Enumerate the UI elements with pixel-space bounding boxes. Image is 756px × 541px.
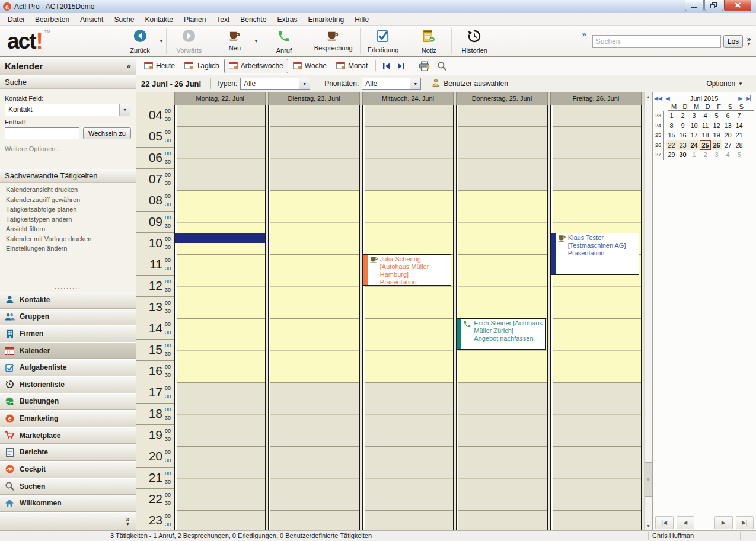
- minical-day[interactable]: 22: [666, 140, 677, 151]
- select-users-button[interactable]: Benutzer auswählen: [431, 78, 508, 89]
- sidebar-item-historienliste[interactable]: Historienliste: [0, 376, 136, 393]
- time-slot[interactable]: [365, 500, 453, 510]
- time-slot[interactable]: [270, 126, 359, 137]
- time-slot[interactable]: [270, 350, 359, 361]
- time-slot[interactable]: [553, 190, 641, 201]
- time-slot[interactable]: [177, 180, 265, 190]
- time-slot[interactable]: [365, 201, 453, 212]
- time-slot[interactable]: [270, 190, 359, 201]
- menu-item-datei[interactable]: Datei: [2, 14, 30, 25]
- time-slot[interactable]: [177, 297, 265, 308]
- time-slot[interactable]: [553, 116, 641, 126]
- related-task-link[interactable]: Einstellungen ändern: [6, 244, 136, 254]
- time-slot[interactable]: [365, 169, 453, 180]
- calendar-event[interactable]: Erich Steiner [AutohausMüller Zürich]Ang…: [457, 318, 545, 350]
- time-slot[interactable]: [553, 510, 641, 521]
- minical-day[interactable]: 28: [733, 140, 745, 151]
- time-slot[interactable]: [553, 414, 641, 425]
- time-slot[interactable]: [553, 425, 641, 436]
- time-slot[interactable]: [365, 116, 453, 126]
- nav-config-icon[interactable]: »▼: [126, 517, 130, 526]
- minical-day[interactable]: 17: [688, 130, 700, 140]
- time-slot[interactable]: [177, 510, 265, 521]
- minical-day[interactable]: 26: [711, 140, 722, 151]
- time-slot[interactable]: [365, 436, 453, 446]
- sidebar-item-berichte[interactable]: Berichte: [0, 444, 136, 461]
- time-slot[interactable]: [177, 190, 265, 201]
- time-slot[interactable]: [365, 233, 453, 244]
- time-slot[interactable]: [270, 468, 359, 478]
- restore-button[interactable]: [704, 0, 723, 11]
- minical-day[interactable]: 10: [688, 121, 700, 131]
- time-slot[interactable]: [177, 382, 265, 393]
- day-column[interactable]: [174, 105, 266, 530]
- time-slot[interactable]: [270, 201, 359, 212]
- menu-item-suche[interactable]: Suche: [109, 14, 139, 25]
- time-slot[interactable]: [458, 254, 547, 265]
- time-slot[interactable]: [270, 180, 359, 190]
- time-slot[interactable]: [458, 489, 547, 500]
- time-slot[interactable]: [553, 297, 641, 308]
- time-slot[interactable]: [365, 350, 453, 361]
- sidebar-item-buchungen[interactable]: Buchungen: [0, 393, 136, 411]
- time-slot[interactable]: [553, 137, 641, 148]
- time-slot[interactable]: [177, 350, 265, 361]
- time-slot[interactable]: [553, 500, 641, 510]
- view-täglich-button[interactable]: Täglich: [180, 59, 224, 73]
- time-slot[interactable]: [458, 180, 547, 190]
- contact-field-dropdown[interactable]: Kontakt ▼: [5, 104, 130, 116]
- priorities-dropdown[interactable]: Alle ▼: [362, 78, 421, 90]
- time-slot[interactable]: [365, 393, 453, 404]
- toolbar-overflow-icon[interactable]: »▼: [747, 26, 751, 56]
- related-task-link[interactable]: Ansicht filtern: [6, 224, 136, 234]
- time-slot[interactable]: [270, 329, 359, 340]
- minical-day[interactable]: 14: [733, 121, 745, 131]
- time-slot[interactable]: [365, 190, 453, 201]
- time-slot[interactable]: [458, 404, 547, 414]
- time-slot[interactable]: [553, 340, 641, 350]
- scrollbar-thumb[interactable]: ≡: [645, 462, 652, 497]
- time-slot[interactable]: [458, 265, 547, 276]
- time-slot[interactable]: [365, 382, 453, 393]
- time-slot[interactable]: [270, 297, 359, 308]
- time-slot[interactable]: [177, 286, 265, 297]
- time-slot[interactable]: [270, 318, 359, 329]
- minical-next-year-icon[interactable]: ▶▏: [746, 95, 754, 101]
- view-woche-button[interactable]: Woche: [288, 59, 331, 73]
- switch-to-button[interactable]: Wechseln zu: [83, 127, 131, 139]
- time-slot[interactable]: [365, 212, 453, 222]
- minical-day[interactable]: 3: [711, 150, 722, 160]
- time-slot[interactable]: [458, 233, 547, 244]
- time-slot[interactable]: [270, 478, 359, 489]
- time-slot[interactable]: [553, 393, 641, 404]
- calendar-event[interactable]: Klaus Tester[Testmaschinen AG]Präsentati…: [551, 233, 639, 275]
- search-go-button[interactable]: Los: [723, 35, 743, 48]
- minimize-button[interactable]: [685, 0, 704, 11]
- time-slot[interactable]: [177, 468, 265, 478]
- time-slot[interactable]: [458, 105, 547, 116]
- next-week-icon[interactable]: [394, 61, 409, 71]
- minical-day[interactable]: 29: [666, 150, 677, 160]
- time-slot[interactable]: [365, 297, 453, 308]
- time-slot[interactable]: [270, 500, 359, 510]
- view-monat-button[interactable]: Monat: [331, 59, 372, 73]
- time-slot[interactable]: [365, 404, 453, 414]
- time-slot[interactable]: [458, 350, 547, 361]
- zoom-icon[interactable]: [433, 59, 451, 73]
- time-slot[interactable]: [177, 393, 265, 404]
- time-slot[interactable]: [177, 521, 265, 530]
- sidebar-item-kalender[interactable]: Kalender: [0, 342, 136, 360]
- time-slot[interactable]: [553, 180, 641, 190]
- day-column[interactable]: Julia Schering[Autohaus MüllerHamburg]Pr…: [362, 105, 454, 530]
- time-slot[interactable]: [458, 436, 547, 446]
- related-task-link[interactable]: Tätigkeitsabfolge planen: [6, 204, 136, 215]
- related-task-link[interactable]: Kalenderzugriff gewähren: [6, 195, 136, 205]
- close-button[interactable]: [724, 0, 751, 11]
- time-slot[interactable]: [270, 521, 359, 530]
- time-slot[interactable]: [270, 393, 359, 404]
- minical-prev-year-icon[interactable]: ◀◀: [654, 95, 662, 101]
- time-slot[interactable]: [270, 105, 359, 116]
- related-task-link[interactable]: Tätigkeitstypen ändern: [6, 215, 136, 225]
- time-slot[interactable]: [365, 489, 453, 500]
- minical-day[interactable]: 18: [700, 130, 711, 140]
